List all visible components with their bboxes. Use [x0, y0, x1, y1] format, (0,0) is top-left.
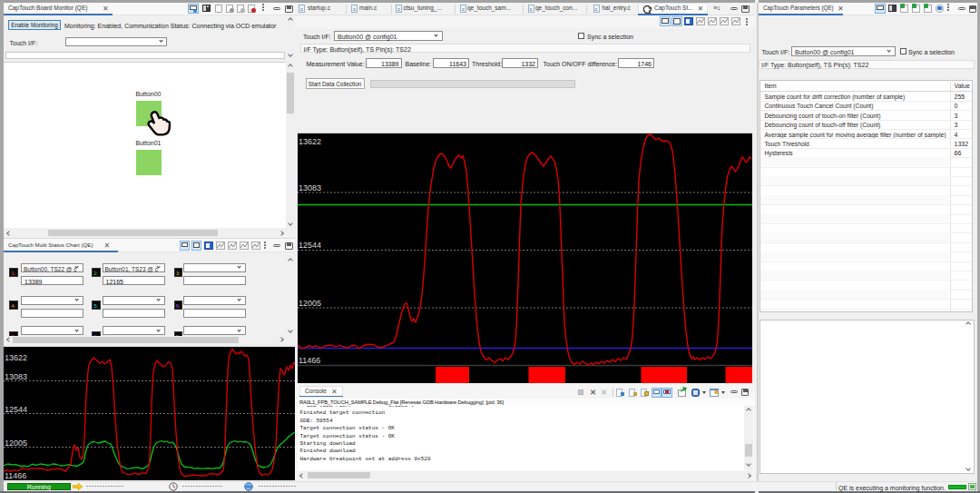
- svg-text:11466: 11466: [299, 356, 320, 365]
- svg-text:12005: 12005: [299, 299, 321, 308]
- svg-text:13083: 13083: [299, 183, 321, 192]
- svg-text:13622: 13622: [5, 353, 27, 362]
- svg-text:13083: 13083: [5, 371, 27, 380]
- svg-text:13622: 13622: [299, 137, 321, 146]
- svg-text:11466: 11466: [5, 470, 26, 479]
- svg-text:12544: 12544: [5, 404, 27, 413]
- svg-text:12544: 12544: [299, 241, 321, 250]
- svg-text:12005: 12005: [5, 438, 27, 447]
